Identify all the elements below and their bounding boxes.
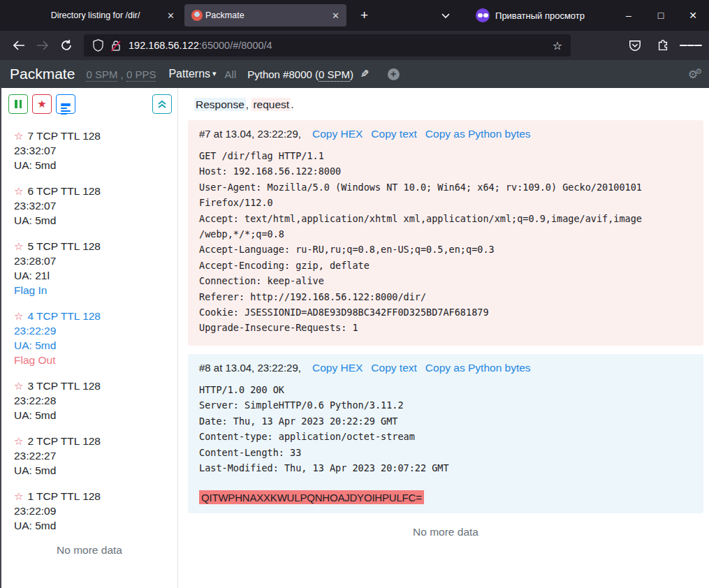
service-suffix: ) (350, 68, 353, 80)
favorites-filter-button[interactable]: ★ (32, 94, 52, 114)
legend-response: Response (194, 98, 246, 111)
url-bar[interactable]: 192.168.56.122:65000/#/8000/4 ☆ (84, 34, 571, 57)
packet-time: 23:22:09 (14, 504, 173, 518)
packet-list: ☆7 TCP TTL 128 23:32:07 UA: 5md ☆6 TCP T… (1, 114, 177, 533)
packet-item-1[interactable]: ☆1 TCP TTL 128 23:22:09 UA: 5md (14, 489, 173, 533)
stats-separator: , (117, 68, 126, 80)
private-browsing-label: Приватный просмотр (495, 10, 585, 21)
packet-item-6[interactable]: ☆6 TCP TTL 128 23:32:07 UA: 5md (14, 184, 173, 228)
close-tab-icon[interactable]: ✕ (332, 10, 339, 21)
minimize-button[interactable]: – (613, 10, 645, 21)
shield-icon[interactable] (92, 39, 104, 52)
extensions-puzzle-icon[interactable] (652, 34, 674, 57)
packet-title: 4 TCP TTL 128 (27, 310, 101, 322)
packet-item-7[interactable]: ☆7 TCP TTL 128 23:32:07 UA: 5md (14, 128, 173, 172)
main-no-more-data: No more data (188, 526, 703, 538)
list-all-tabs-chevron-icon[interactable] (441, 13, 451, 19)
response-packet-block: #8 at 13.04, 23:22:29,Copy HEXCopy textC… (188, 354, 703, 513)
service-all-link[interactable]: All (225, 68, 237, 80)
packet-time: 23:32:07 (14, 143, 173, 158)
packet-ua: UA: 5md (14, 213, 173, 228)
favorite-star-icon[interactable]: ☆ (14, 310, 23, 322)
service-spm: 0 SPM (319, 68, 350, 82)
favorite-star-icon[interactable]: ☆ (14, 240, 23, 252)
private-browsing-badge: Приватный просмотр (476, 8, 585, 22)
edit-service-pencil-icon[interactable]: ✎ (360, 68, 370, 80)
copy-python-bytes-link[interactable]: Copy as Python bytes (425, 362, 531, 374)
copy-text-link[interactable]: Copy text (371, 128, 416, 140)
favorite-star-icon[interactable]: ☆ (14, 380, 23, 392)
packet-item-3[interactable]: ☆3 TCP TTL 128 23:22:28 UA: 5md (14, 378, 173, 422)
sidebar-no-more-data: No more data (1, 544, 177, 557)
packet-time: 23:28:07 (14, 253, 173, 268)
close-tab-icon[interactable]: ✕ (167, 10, 175, 21)
forward-button[interactable] (31, 34, 54, 57)
http-request-body: GET /dir/flag HTTP/1.1 Host: 192.168.56.… (199, 148, 692, 336)
packet-detail-pane: Response, request. #7 at 13.04, 23:22:29… (178, 88, 709, 588)
app-brand[interactable]: Packmate (10, 66, 75, 82)
packet-ua: UA: 5md (14, 408, 173, 422)
pattern-match-highlight: QITWPHNAXXKWULPQNHOAJDYOIHPULFC= (199, 490, 424, 504)
packet-title: 6 TCP TTL 128 (27, 185, 101, 197)
pause-capture-button[interactable] (8, 94, 28, 114)
pocket-icon[interactable] (624, 34, 646, 57)
insecure-lock-icon[interactable] (110, 40, 122, 52)
packet-title: 7 TCP TTL 128 (27, 130, 101, 142)
packet-time: 23:22:27 (14, 448, 173, 463)
packet-time: 23:32:07 (14, 198, 173, 213)
direction-legend: Response, request. (194, 98, 703, 111)
browser-toolbar: 192.168.56.122:65000/#/8000/4 ☆ (0, 31, 709, 60)
settings-gears-icon[interactable]: ⚙⚙ (688, 67, 699, 81)
maximize-button[interactable]: □ (645, 10, 677, 21)
pps-stat: 0 PPS (126, 68, 156, 82)
patterns-dropdown[interactable]: Patterns▾ (168, 68, 216, 80)
menu-hamburger-icon[interactable] (680, 34, 702, 57)
back-button[interactable] (7, 34, 31, 57)
browser-tab-bar: Directory listing for /dir/ ✕ Packmate ✕… (0, 0, 709, 31)
new-tab-button[interactable]: + (356, 8, 372, 23)
packet-item-2[interactable]: ☆2 TCP TTL 128 23:22:27 UA: 5md (14, 434, 173, 478)
scroll-to-top-button[interactable] (152, 94, 172, 114)
packmate-navbar: Packmate 0 SPM , 0 PPS Patterns▾ All Pyt… (0, 60, 709, 88)
copy-python-bytes-link[interactable]: Copy as Python bytes (425, 128, 531, 140)
packet-time: 23:22:28 (14, 393, 173, 408)
packet-time: 23:22:29 (14, 323, 173, 338)
firefox-window: Directory listing for /dir/ ✕ Packmate ✕… (0, 0, 709, 588)
flag-in-link[interactable]: Flag In (14, 283, 173, 297)
copy-hex-link[interactable]: Copy HEX (312, 128, 363, 140)
packet-block-header: #7 at 13.04, 23:22:29,Copy HEXCopy textC… (199, 128, 692, 140)
favorite-star-icon[interactable]: ☆ (14, 130, 23, 142)
reload-button[interactable] (54, 34, 78, 57)
packet-ua: UA: 5md (14, 338, 173, 353)
service-current[interactable]: Python #8000 (0 SPM) (247, 68, 353, 80)
list-view-button[interactable] (56, 94, 75, 114)
packet-sidebar: ★ ☆7 TCP TTL 128 23:32:07 UA: 5md ☆6 TCP… (1, 88, 178, 588)
packet-item-5[interactable]: ☆5 TCP TTL 128 23:28:07 UA: 21l Flag In (14, 239, 173, 297)
packet-ua: UA: 5md (14, 158, 173, 172)
tab-packmate[interactable]: Packmate ✕ (184, 4, 346, 27)
packet-ua: UA: 5md (14, 463, 173, 478)
legend-dot: . (291, 98, 293, 110)
traffic-stats: 0 SPM , 0 PPS (86, 68, 156, 80)
favorite-star-icon[interactable]: ☆ (14, 185, 23, 197)
packet-block-header: #8 at 13.04, 23:22:29,Copy HEXCopy textC… (199, 362, 692, 374)
favorite-star-icon[interactable]: ☆ (14, 490, 23, 502)
patterns-label: Patterns (168, 68, 210, 80)
packet-item-4-selected[interactable]: ☆4 TCP TTL 128 23:22:29 UA: 5md Flag Out (14, 309, 173, 367)
copy-text-link[interactable]: Copy text (371, 362, 416, 374)
packmate-favicon-icon (191, 10, 203, 21)
packet-id-timestamp: #7 at 13.04, 23:22:29, (199, 128, 301, 140)
legend-request: request (251, 98, 291, 111)
bookmark-star-icon[interactable]: ☆ (553, 39, 562, 52)
favorite-star-icon[interactable]: ☆ (14, 435, 23, 447)
packet-title: 1 TCP TTL 128 (27, 490, 101, 502)
service-name: Python #8000 ( (247, 68, 319, 80)
packet-title: 5 TCP TTL 128 (27, 240, 101, 252)
tab-directory-listing[interactable]: Directory listing for /dir/ ✕ (20, 4, 182, 27)
add-service-button[interactable]: + (388, 68, 400, 80)
copy-hex-link[interactable]: Copy HEX (312, 362, 363, 374)
flag-out-link[interactable]: Flag Out (14, 353, 173, 367)
close-window-button[interactable]: ✕ (677, 10, 709, 21)
url-text: 192.168.56.122:65000/#/8000/4 (129, 40, 272, 51)
request-packet-block: #7 at 13.04, 23:22:29,Copy HEXCopy textC… (188, 120, 703, 346)
